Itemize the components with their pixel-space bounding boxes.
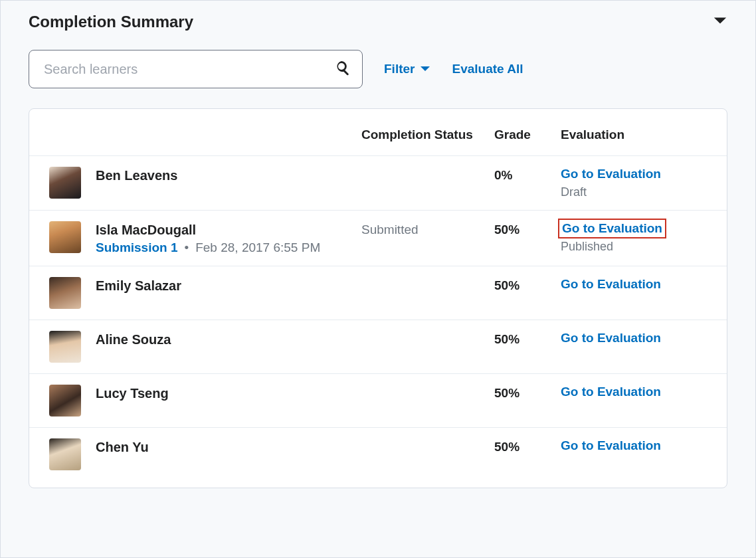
learner-name[interactable]: Ben Leavens — [96, 168, 177, 183]
learner-content: Chen Yu — [49, 438, 361, 470]
column-evaluation-header: Evaluation — [561, 109, 727, 156]
status-cell — [361, 156, 494, 211]
column-grade-header: Grade — [494, 109, 561, 156]
grade-cell: 50% — [494, 320, 561, 374]
filter-button[interactable]: Filter — [384, 62, 430, 76]
learner-cell: Aline Souza — [29, 320, 361, 374]
learner-info: Aline Souza — [96, 331, 171, 347]
column-status-header: Completion Status — [361, 109, 494, 156]
go-to-evaluation-link[interactable]: Go to Evaluation — [561, 221, 664, 236]
status-cell — [361, 320, 494, 374]
submission-line: Submission 1•Feb 28, 2017 6:55 PM — [96, 240, 320, 255]
search-icon[interactable] — [335, 60, 351, 78]
separator-dot: • — [185, 240, 189, 255]
learner-content: Lucy Tseng — [49, 385, 361, 417]
learner-content: Ben Leavens — [49, 167, 361, 199]
grade-text: 50% — [494, 385, 561, 401]
go-to-evaluation-link[interactable]: Go to Evaluation — [561, 385, 661, 399]
evaluation-content: Go to EvaluationDraft — [561, 167, 707, 199]
evaluate-all-button[interactable]: Evaluate All — [452, 62, 523, 76]
status-cell — [361, 374, 494, 428]
avatar[interactable] — [49, 167, 81, 199]
page-container: Completion Summary Filter Evaluate All — [0, 0, 756, 558]
learner-content: Aline Souza — [49, 331, 361, 363]
chevron-down-icon — [420, 66, 430, 72]
header-section: Completion Summary Filter Evaluate All — [1, 1, 755, 108]
table-row: Lucy Tseng50%Go to Evaluation — [29, 374, 727, 428]
table-row: Aline Souza50%Go to Evaluation — [29, 320, 727, 374]
learner-cell: Chen Yu — [29, 428, 361, 482]
learner-cell: Emily Salazar — [29, 266, 361, 320]
evaluation-cell: Go to Evaluation — [561, 374, 727, 428]
grade-text: 50% — [494, 438, 561, 454]
learner-name[interactable]: Emily Salazar — [96, 278, 181, 294]
learner-content: Isla MacDougallSubmission 1•Feb 28, 2017… — [49, 221, 361, 255]
learner-info: Ben Leavens — [96, 167, 177, 183]
table-row: Chen Yu50%Go to Evaluation — [29, 428, 727, 482]
grade-text: 50% — [494, 221, 561, 237]
evaluation-status: Draft — [561, 185, 587, 199]
grade-text: 0% — [494, 167, 561, 183]
column-learner-header — [29, 109, 361, 156]
learner-content: Emily Salazar — [49, 277, 361, 309]
status-text — [361, 167, 494, 168]
controls-row: Filter Evaluate All — [29, 50, 727, 108]
evaluation-cell: Go to EvaluationDraft — [561, 156, 727, 211]
learner-info: Isla MacDougallSubmission 1•Feb 28, 2017… — [96, 221, 320, 255]
status-cell: Submitted — [361, 211, 494, 266]
learner-cell: Lucy Tseng — [29, 374, 361, 428]
title-row: Completion Summary — [29, 13, 727, 31]
status-text — [361, 331, 494, 332]
status-cell — [361, 266, 494, 320]
submission-link[interactable]: Submission 1 — [96, 240, 178, 255]
evaluation-cell: Go to Evaluation — [561, 266, 727, 320]
go-to-evaluation-link[interactable]: Go to Evaluation — [561, 277, 661, 292]
go-to-evaluation-link[interactable]: Go to Evaluation — [561, 331, 661, 345]
avatar[interactable] — [49, 331, 81, 363]
learner-name[interactable]: Isla MacDougall — [96, 223, 320, 238]
grade-text: 50% — [494, 277, 561, 293]
table-row: Isla MacDougallSubmission 1•Feb 28, 2017… — [29, 211, 727, 266]
avatar[interactable] — [49, 277, 81, 309]
collapse-icon[interactable] — [713, 16, 727, 28]
learner-cell: Ben Leavens — [29, 156, 361, 211]
learner-info: Lucy Tseng — [96, 385, 169, 401]
status-text — [361, 385, 494, 386]
status-cell — [361, 428, 494, 482]
go-to-evaluation-link[interactable]: Go to Evaluation — [561, 438, 661, 453]
grade-cell: 50% — [494, 211, 561, 266]
learner-info: Emily Salazar — [96, 277, 181, 294]
evaluation-content: Go to Evaluation — [561, 385, 707, 399]
page-title: Completion Summary — [29, 13, 193, 31]
learners-table: Completion Status Grade Evaluation Ben L… — [29, 109, 727, 481]
grade-cell: 0% — [494, 156, 561, 211]
evaluation-content: Go to Evaluation — [561, 331, 707, 345]
filter-label: Filter — [384, 62, 415, 76]
status-text: Submitted — [361, 221, 494, 237]
learner-cell: Isla MacDougallSubmission 1•Feb 28, 2017… — [29, 211, 361, 266]
table-row: Ben Leavens0%Go to EvaluationDraft — [29, 156, 727, 211]
grade-text: 50% — [494, 331, 561, 347]
avatar[interactable] — [49, 438, 81, 470]
evaluation-cell: Go to EvaluationPublished — [561, 211, 727, 266]
evaluation-status: Published — [561, 240, 613, 254]
grade-cell: 50% — [494, 428, 561, 482]
evaluation-cell: Go to Evaluation — [561, 320, 727, 374]
search-input[interactable] — [29, 50, 363, 88]
status-text — [361, 438, 494, 440]
learner-info: Chen Yu — [96, 438, 149, 455]
search-wrap — [29, 50, 363, 88]
avatar[interactable] — [49, 221, 81, 253]
submission-date: Feb 28, 2017 6:55 PM — [195, 240, 320, 255]
avatar[interactable] — [49, 385, 81, 417]
learners-card: Completion Status Grade Evaluation Ben L… — [29, 108, 727, 488]
evaluation-content: Go to EvaluationPublished — [561, 221, 707, 254]
status-text — [361, 277, 494, 278]
learner-name[interactable]: Lucy Tseng — [96, 386, 169, 401]
learner-name[interactable]: Chen Yu — [96, 440, 149, 455]
learner-name[interactable]: Aline Souza — [96, 332, 171, 347]
go-to-evaluation-link[interactable]: Go to Evaluation — [561, 167, 661, 181]
evaluation-content: Go to Evaluation — [561, 438, 707, 453]
grade-cell: 50% — [494, 266, 561, 320]
evaluation-content: Go to Evaluation — [561, 277, 707, 292]
